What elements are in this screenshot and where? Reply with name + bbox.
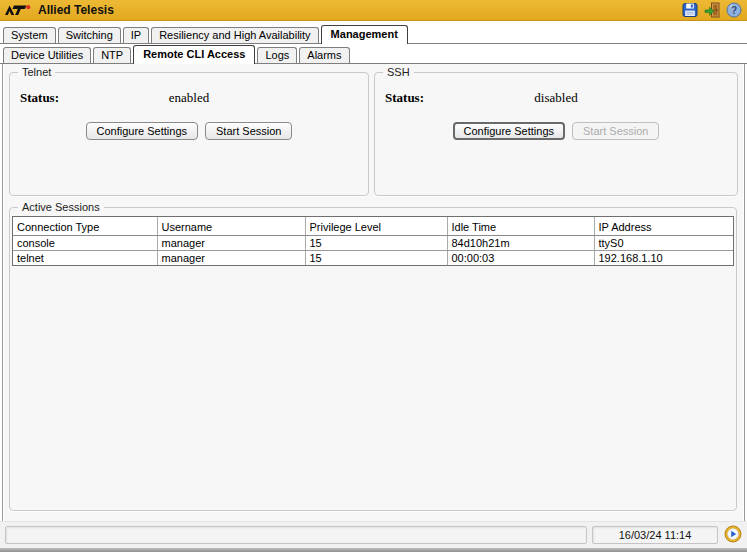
ssh-panel: SSH Status: disabled Configure Settings … [374, 66, 738, 196]
cell-privilege-level: 15 [305, 236, 447, 251]
secondary-tabstrip: Device Utilities NTP Remote CLI Access L… [0, 44, 747, 64]
ssh-status-row: Status: disabled [375, 90, 737, 106]
cell-username: manager [157, 236, 305, 251]
logout-icon[interactable] [703, 2, 720, 19]
tab-switching[interactable]: Switching [58, 27, 121, 43]
ssh-start-session-button[interactable]: Start Session [572, 122, 659, 140]
active-sessions-table: Connection Type Username Privilege Level… [13, 217, 733, 265]
telnet-start-session-button[interactable]: Start Session [205, 122, 292, 140]
col-header-connection-type[interactable]: Connection Type [13, 217, 157, 236]
tab-management[interactable]: Management [321, 25, 408, 44]
col-header-idle-time[interactable]: Idle Time [447, 217, 594, 236]
cell-idle-time: 00:00:03 [447, 251, 594, 266]
telnet-status-row: Status: enabled [10, 90, 368, 106]
titlebar-actions: ? [681, 2, 742, 19]
telnet-status-label: Status: [20, 90, 59, 106]
cell-privilege-level: 15 [305, 251, 447, 266]
cell-idle-time: 84d10h21m [447, 236, 594, 251]
tab-ntp[interactable]: NTP [93, 47, 131, 63]
window-bottom-edge [0, 548, 747, 552]
cell-connection-type: telnet [13, 251, 157, 266]
ssh-buttons: Configure Settings Start Session [375, 122, 737, 140]
help-icon[interactable]: ? [725, 2, 742, 19]
remote-cli-access-pane: Telnet Status: enabled Configure Setting… [2, 64, 745, 524]
telnet-configure-settings-button[interactable]: Configure Settings [86, 122, 199, 140]
session-row-console[interactable]: console manager 15 84d10h21m ttyS0 [13, 236, 733, 251]
cell-connection-type: console [13, 236, 157, 251]
titlebar: Allied Telesis ? [0, 0, 747, 21]
col-header-ip-address[interactable]: IP Address [594, 217, 733, 236]
col-header-username[interactable]: Username [157, 217, 305, 236]
ssh-panel-legend: SSH [383, 66, 414, 78]
active-sessions-legend: Active Sessions [18, 201, 104, 213]
statusbar-message-panel [5, 526, 587, 544]
tab-system[interactable]: System [3, 27, 56, 43]
statusbar-datetime: 16/03/24 11:14 [592, 526, 718, 544]
col-header-privilege-level[interactable]: Privilege Level [305, 217, 447, 236]
svg-text:?: ? [730, 5, 736, 16]
tab-remote-cli-access[interactable]: Remote CLI Access [133, 45, 255, 64]
cell-ip-address: ttyS0 [594, 236, 733, 251]
active-sessions-panel: Active Sessions Connection Type Username… [9, 201, 737, 511]
app-window: { "titlebar": { "title": "Allied Telesis… [0, 0, 747, 552]
save-icon[interactable] [681, 2, 698, 19]
clock-refresh-icon[interactable] [724, 525, 742, 543]
active-sessions-table-wrap: Connection Type Username Privilege Level… [12, 216, 734, 266]
statusbar: 16/03/24 11:14 [0, 521, 747, 548]
tab-device-utilities[interactable]: Device Utilities [3, 47, 91, 63]
session-row-telnet[interactable]: telnet manager 15 00:00:03 192.168.1.10 [13, 251, 733, 266]
app-title: Allied Telesis [38, 3, 114, 17]
ssh-configure-settings-button[interactable]: Configure Settings [453, 122, 566, 140]
telnet-panel: Telnet Status: enabled Configure Setting… [9, 66, 369, 196]
telnet-buttons: Configure Settings Start Session [10, 122, 368, 140]
cell-username: manager [157, 251, 305, 266]
allied-telesis-logo-icon [5, 4, 32, 17]
telnet-panel-legend: Telnet [18, 66, 55, 78]
table-header-row: Connection Type Username Privilege Level… [13, 217, 733, 236]
ssh-status-value: disabled [534, 90, 577, 106]
primary-tabstrip: System Switching IP Resiliency and High … [0, 24, 747, 44]
tab-resiliency-and-high-availability[interactable]: Resiliency and High Availability [151, 27, 318, 43]
tab-alarms[interactable]: Alarms [299, 47, 349, 63]
tab-logs[interactable]: Logs [257, 47, 297, 63]
telnet-status-value: enabled [169, 90, 209, 106]
tab-ip[interactable]: IP [123, 27, 149, 43]
ssh-status-label: Status: [385, 90, 424, 106]
cell-ip-address: 192.168.1.10 [594, 251, 733, 266]
